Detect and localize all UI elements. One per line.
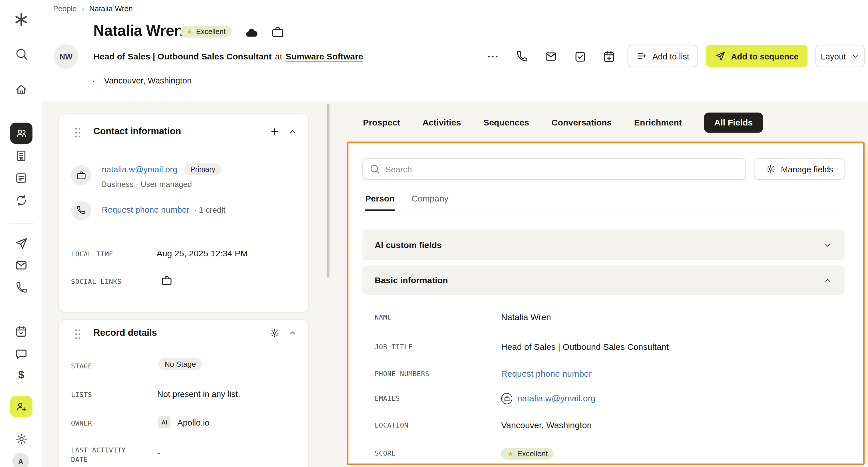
subtab-person[interactable]: Person (365, 194, 395, 211)
drag-handle-icon[interactable] (71, 327, 85, 341)
lists-label: LISTS (71, 391, 92, 399)
local-time-value: Aug 25, 2025 12:34 PM (156, 249, 248, 259)
tasks-icon[interactable] (14, 324, 29, 339)
manage-fields-button[interactable]: Manage fields (754, 158, 845, 179)
company-link[interactable]: Sumware Software (285, 52, 363, 61)
more-actions-icon[interactable] (484, 49, 501, 64)
owner-row: AI Apollo.io (158, 416, 209, 428)
tab-conversations[interactable]: Conversations (552, 117, 612, 127)
deals-icon[interactable]: $ (14, 368, 29, 382)
fields-search (362, 158, 746, 179)
field-value-emails: natalia.w@ymail.org (501, 392, 596, 405)
field-label: SCORE (375, 447, 396, 460)
tab-sequences[interactable]: Sequences (484, 117, 529, 127)
conversations-icon[interactable] (14, 346, 29, 361)
lists-icon[interactable] (14, 171, 29, 185)
request-phone-link[interactable]: Request phone number (501, 368, 592, 380)
email-meta: Business · User managed (102, 180, 192, 188)
tab-all-fields[interactable]: All Fields (704, 112, 763, 133)
field-label: NAME (375, 311, 392, 323)
email-icon[interactable] (542, 49, 559, 64)
collapse-chevron-icon[interactable] (286, 326, 299, 340)
email-link[interactable]: natalia.w@ymail.org (102, 165, 177, 174)
emails-icon[interactable] (14, 258, 29, 273)
sequences-icon[interactable] (14, 236, 29, 251)
layout-button[interactable]: Layout (815, 45, 865, 67)
field-label: EMAILS (375, 392, 400, 405)
stage-badge[interactable]: No Stage (158, 358, 202, 370)
request-phone-link[interactable]: Request phone number (102, 205, 189, 214)
email-row: natalia.w@ymail.org Primary (102, 164, 221, 175)
entity-subtabs: Person Company (365, 194, 448, 211)
search-input[interactable] (362, 158, 746, 179)
job-subtitle: Head of Sales | Outbound Sales Consultan… (93, 52, 363, 61)
star-icon: ★ (507, 449, 514, 458)
breadcrumb-current: Natalia Wren (89, 5, 133, 13)
sync-icon[interactable] (14, 193, 29, 208)
local-time-label: LOCAL TIME (71, 251, 113, 258)
drag-handle-icon[interactable] (71, 126, 85, 140)
send-icon (715, 50, 726, 61)
add-to-sequence-button[interactable]: Add to sequence (706, 45, 807, 67)
section-basic-information[interactable]: Basic information (362, 265, 844, 295)
email-link[interactable]: natalia.w@ymail.org (517, 393, 596, 404)
tab-enrichment[interactable]: Enrichment (634, 117, 682, 127)
lists-value: Not present in any list. (157, 389, 240, 399)
owner-avatar: AI (158, 416, 170, 428)
work-email-icon (71, 165, 91, 185)
breadcrumb: People › Natalia Wren (53, 5, 133, 13)
add-contact-field-icon[interactable] (268, 125, 281, 138)
field-value-name: Natalia Wren (501, 311, 551, 323)
contact-card-title: Contact information (93, 126, 181, 137)
owner-label: OWNER (71, 419, 92, 427)
profile-header: People › Natalia Wren Natalia Wren ★Exce… (42, 0, 868, 101)
add-to-list-button[interactable]: Add to list (628, 45, 698, 67)
location-line: · Vancouver, Washington (92, 76, 192, 85)
prospect-add-icon-selected[interactable] (10, 396, 32, 417)
page-title: Natalia Wren (93, 22, 183, 40)
sidebar-divider (9, 312, 33, 312)
people-icon-selected[interactable] (10, 123, 32, 144)
calls-icon[interactable] (14, 281, 29, 295)
last-activity-value: - (157, 448, 160, 458)
field-label: LOCATION (375, 419, 408, 432)
field-value-job-title: Head of Sales | Outbound Sales Consultan… (501, 341, 669, 353)
gear-icon (766, 164, 776, 174)
app-window: $ A People › Natalia Wren Natalia Wren ★… (0, 0, 868, 467)
owner-value: Apollo.io (177, 417, 210, 427)
calendar-add-icon[interactable] (601, 49, 618, 64)
chevron-up-icon[interactable] (823, 276, 832, 285)
field-value-location: Vancouver, Washington (501, 419, 592, 432)
breadcrumb-people[interactable]: People (53, 5, 76, 13)
companies-icon[interactable] (14, 148, 29, 163)
record-settings-gear-icon[interactable] (268, 326, 281, 340)
breadcrumb-separator: › (82, 5, 84, 13)
home-icon[interactable] (14, 82, 29, 97)
search-icon[interactable] (14, 47, 29, 61)
cloud-icon[interactable] (244, 26, 259, 40)
star-icon: ★ (186, 27, 193, 36)
annotation-highlight-box: Manage fields Person Company AI custom f… (347, 142, 865, 465)
apollo-logo[interactable] (14, 12, 29, 27)
left-panel-scrollbar[interactable] (327, 104, 330, 278)
collapse-chevron-icon[interactable] (286, 125, 299, 138)
section-ai-custom-fields[interactable]: AI custom fields (362, 230, 844, 260)
tab-prospect[interactable]: Prospect (363, 117, 400, 127)
chevron-down-icon[interactable] (823, 240, 832, 249)
call-icon[interactable] (514, 49, 530, 64)
sidebar: $ A (0, 0, 43, 467)
chevron-down-icon (851, 52, 859, 60)
user-avatar[interactable]: A (12, 453, 29, 467)
tab-activities[interactable]: Activities (423, 117, 461, 127)
score-badge: ★Excellent (180, 26, 232, 37)
location-text: Vancouver, Washington (104, 76, 192, 85)
subtab-company[interactable]: Company (411, 194, 448, 211)
search-icon (369, 164, 380, 175)
social-briefcase-icon[interactable] (160, 274, 173, 287)
briefcase-icon[interactable] (271, 25, 285, 39)
primary-badge: Primary (184, 164, 222, 175)
phone-circle-icon (71, 200, 91, 221)
settings-gear-icon[interactable] (14, 432, 29, 446)
last-activity-label: LAST ACTIVITY DATE (71, 445, 147, 465)
task-check-icon[interactable] (571, 49, 588, 64)
